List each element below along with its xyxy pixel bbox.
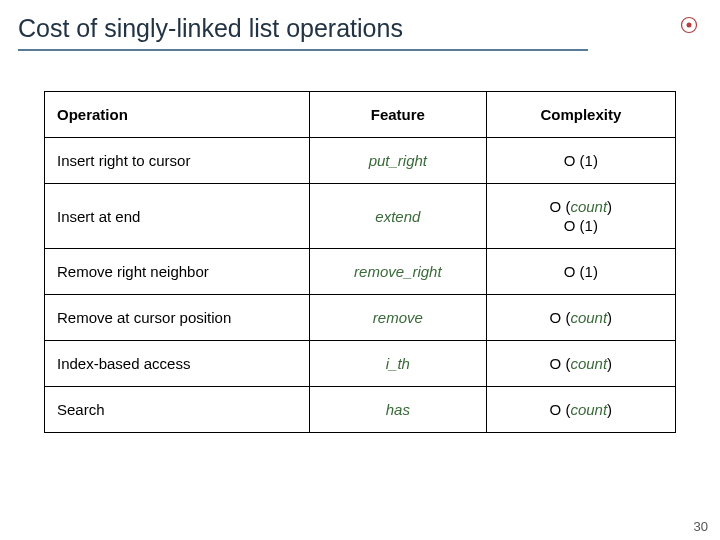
corner-logo-icon (680, 16, 698, 34)
operation-cell: Remove right neighbor (45, 249, 310, 295)
feature-cell: has (310, 387, 487, 433)
operation-cell: Search (45, 387, 310, 433)
feature-cell: extend (310, 184, 487, 249)
feature-cell: i_th (310, 341, 487, 387)
complexity-cell: O (count) (486, 341, 675, 387)
complexity-cell: O (count)O (1) (486, 184, 675, 249)
table-row: Index-based accessi_thO (count) (45, 341, 676, 387)
table-row: Remove at cursor positionremoveO (count) (45, 295, 676, 341)
header-complexity: Complexity (486, 92, 675, 138)
page-title: Cost of singly-linked list operations (18, 14, 720, 43)
operation-cell: Insert at end (45, 184, 310, 249)
table-row: Insert at endextendO (count)O (1) (45, 184, 676, 249)
table-row: SearchhasO (count) (45, 387, 676, 433)
table-body: Insert right to cursorput_rightO (1)Inse… (45, 138, 676, 433)
table-row: Insert right to cursorput_rightO (1) (45, 138, 676, 184)
cost-table-wrap: Operation Feature Complexity Insert righ… (44, 91, 676, 433)
page-number: 30 (694, 519, 708, 534)
header-feature: Feature (310, 92, 487, 138)
complexity-cell: O (1) (486, 138, 675, 184)
feature-cell: remove (310, 295, 487, 341)
operation-cell: Insert right to cursor (45, 138, 310, 184)
operation-cell: Remove at cursor position (45, 295, 310, 341)
complexity-cell: O (count) (486, 295, 675, 341)
complexity-cell: O (1) (486, 249, 675, 295)
table-header-row: Operation Feature Complexity (45, 92, 676, 138)
header-operation: Operation (45, 92, 310, 138)
svg-point-1 (687, 23, 692, 28)
title-underline (18, 49, 588, 51)
title-area: Cost of singly-linked list operations (0, 0, 720, 51)
feature-cell: remove_right (310, 249, 487, 295)
feature-cell: put_right (310, 138, 487, 184)
cost-table: Operation Feature Complexity Insert righ… (44, 91, 676, 433)
operation-cell: Index-based access (45, 341, 310, 387)
complexity-cell: O (count) (486, 387, 675, 433)
table-row: Remove right neighborremove_rightO (1) (45, 249, 676, 295)
